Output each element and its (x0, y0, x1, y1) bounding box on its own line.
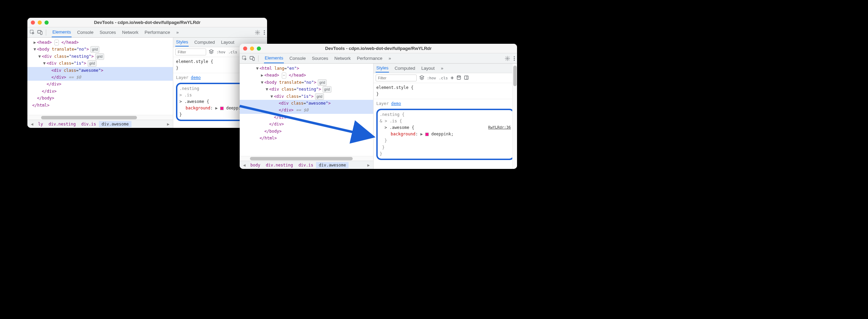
dom-line[interactable]: ▼<div class="nesting">grid (27, 53, 173, 60)
tab-network[interactable]: Network (122, 28, 139, 37)
dom-line[interactable]: ▼<div class="is">grid (27, 60, 173, 67)
tab-more[interactable]: » (176, 28, 179, 37)
color-swatch[interactable] (220, 107, 224, 110)
zoom-dot[interactable] (45, 21, 49, 25)
cls-button[interactable]: .cls (228, 50, 238, 54)
dom-line[interactable]: ▼<html lang="en"> (240, 65, 373, 72)
ellipsis-badge[interactable]: ⋯ (282, 72, 286, 78)
chevron-right-icon[interactable]: ▶ (165, 122, 172, 127)
dom-line[interactable]: </div> (240, 114, 373, 121)
expand-icon[interactable]: ▶ (261, 72, 264, 79)
dom-line[interactable]: </body> (240, 128, 373, 135)
breadcrumb-item[interactable]: ly (35, 121, 46, 127)
minimize-dot[interactable] (38, 21, 42, 25)
expand-icon[interactable]: ▼ (261, 79, 264, 86)
selector[interactable]: .nesting { (380, 111, 511, 118)
tab-computed[interactable]: Computed (394, 64, 416, 72)
zoom-dot[interactable] (257, 46, 261, 51)
dom-line[interactable]: </body> (27, 95, 173, 102)
dom-line[interactable]: ▼<div class="is">grid (240, 93, 373, 100)
layers-icon[interactable] (209, 49, 214, 55)
breadcrumb-item-selected[interactable]: div.awesome (99, 121, 131, 127)
scroll-track[interactable] (240, 156, 373, 161)
chevron-left-icon[interactable]: ◀ (241, 163, 248, 168)
tab-more[interactable]: » (388, 54, 392, 63)
breadcrumb-item-selected[interactable]: div.awesome (316, 162, 349, 168)
save-icon[interactable] (456, 75, 461, 81)
grid-badge[interactable]: grid (95, 53, 104, 60)
cls-button[interactable]: .cls (439, 76, 448, 80)
inspect-icon[interactable] (242, 55, 248, 62)
expand-icon[interactable]: ▼ (43, 60, 47, 67)
grid-badge[interactable]: grid (323, 86, 332, 93)
dom-line[interactable]: </div> (27, 88, 173, 95)
selector[interactable]: & > .is { (380, 118, 511, 124)
tab-elements[interactable]: Elements (264, 53, 284, 63)
minimize-dot[interactable] (250, 46, 254, 51)
device-toggle-icon[interactable] (37, 29, 43, 36)
dom-line-selected[interactable]: </div> == $0 (27, 74, 173, 81)
expand-icon[interactable]: ▼ (256, 65, 260, 72)
expand-icon[interactable]: ▼ (271, 93, 274, 100)
tab-layout[interactable]: Layout (220, 38, 235, 46)
scroll-track[interactable] (27, 115, 173, 120)
panel-icon[interactable] (464, 75, 469, 81)
settings-icon[interactable] (255, 30, 260, 35)
layers-icon[interactable] (419, 75, 424, 81)
filter-input[interactable] (175, 49, 206, 55)
dom-line[interactable]: </div> (240, 121, 373, 128)
tab-styles[interactable]: Styles (376, 64, 389, 72)
filter-input[interactable] (376, 75, 417, 81)
dom-tree[interactable]: ▶<head> ⋯ </head> ▼<body translate="no">… (27, 38, 173, 115)
breadcrumb-item[interactable]: div.nesting (46, 121, 78, 127)
element-style-rule[interactable]: element.style { } (376, 84, 514, 97)
inspect-icon[interactable] (29, 29, 36, 36)
grid-badge[interactable]: grid (318, 79, 327, 86)
source-link[interactable]: RwYLRdr:36 (488, 124, 511, 131)
dom-line-selected[interactable]: <div class="awesome"> (27, 67, 173, 74)
dom-line[interactable]: </div> (27, 81, 173, 88)
expand-icon[interactable]: ▼ (34, 46, 37, 53)
chevron-left-icon[interactable]: ◀ (29, 122, 35, 127)
tab-console[interactable]: Console (76, 28, 94, 37)
tab-styles[interactable]: Styles (175, 38, 189, 46)
grid-badge[interactable]: grid (88, 60, 97, 67)
tab-network[interactable]: Network (334, 54, 352, 63)
expand-icon[interactable]: ▼ (266, 86, 269, 93)
expand-icon[interactable]: ▼ (38, 53, 42, 60)
scrollbar-v[interactable] (512, 64, 517, 169)
dom-line[interactable]: ▶<head> ⋯ </head> (27, 39, 173, 46)
close-dot[interactable] (243, 46, 247, 51)
close-dot[interactable] (31, 21, 35, 25)
tab-more[interactable]: » (440, 64, 444, 72)
color-swatch[interactable] (425, 133, 429, 136)
breadcrumb-item[interactable]: body (248, 162, 263, 168)
tab-layout[interactable]: Layout (420, 64, 435, 72)
dom-line-selected[interactable]: <div class="awesome"> (240, 100, 373, 107)
settings-icon[interactable] (505, 56, 510, 61)
hov-button[interactable]: :hov (427, 76, 436, 80)
dom-line[interactable]: ▶<head> ⋯ </head> (240, 72, 373, 79)
dom-line-selected[interactable]: </div> == $0 (240, 107, 373, 114)
css-declaration[interactable]: background: ▶ deeppink; (380, 131, 511, 137)
selector-open[interactable]: RwYLRdr:36 > .awesome { (380, 124, 511, 131)
layer-link[interactable]: demo (191, 75, 201, 80)
breadcrumb-item[interactable]: div.nesting (263, 162, 295, 168)
dom-tree[interactable]: ▼<html lang="en"> ▶<head> ⋯ </head> ▼<bo… (240, 64, 373, 156)
tab-elements[interactable]: Elements (52, 27, 72, 37)
layer-link[interactable]: demo (391, 101, 401, 106)
dom-line[interactable]: </html> (27, 102, 173, 109)
hov-button[interactable]: :hov (216, 50, 226, 54)
dom-line[interactable]: ▼<body translate="no">grid (27, 46, 173, 53)
breadcrumb-item[interactable]: div.is (78, 121, 99, 127)
dom-line[interactable]: ▼<div class="nesting">grid (240, 86, 373, 93)
tab-performance[interactable]: Performance (356, 54, 383, 63)
tab-performance[interactable]: Performance (144, 28, 171, 37)
kebab-icon[interactable] (514, 56, 515, 61)
breadcrumb-item[interactable]: div.is (296, 162, 316, 168)
tab-console[interactable]: Console (289, 54, 306, 63)
grid-badge[interactable]: grid (315, 93, 324, 100)
plus-icon[interactable]: + (451, 75, 454, 81)
tab-computed[interactable]: Computed (193, 38, 215, 46)
expand-icon[interactable]: ▶ (34, 39, 37, 46)
